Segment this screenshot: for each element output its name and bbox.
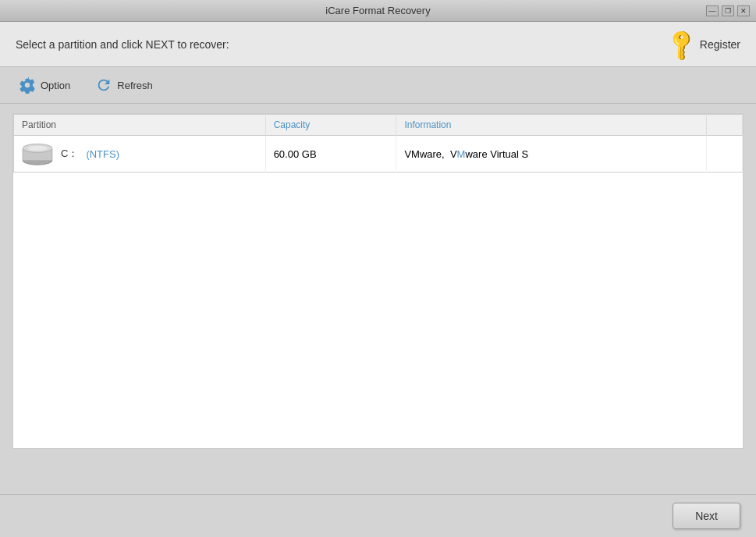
partition-table: Partition Capacity Information bbox=[13, 114, 743, 172]
svg-point-3 bbox=[27, 146, 47, 151]
partition-cell: C： (NTFS) bbox=[14, 136, 266, 172]
table-header-row: Partition Capacity Information bbox=[14, 115, 743, 136]
app-container: Select a partition and click NEXT to rec… bbox=[0, 22, 756, 537]
window-title: iCare Format Recovery bbox=[325, 5, 430, 16]
key-icon: 🔑 bbox=[662, 25, 700, 62]
col-information: Information bbox=[396, 115, 706, 136]
header-bar: Select a partition and click NEXT to rec… bbox=[0, 22, 756, 67]
register-label: Register bbox=[700, 38, 740, 51]
drive-letter: C： bbox=[61, 147, 78, 161]
toolbar: Option Refresh bbox=[0, 67, 756, 104]
drive-fs: (NTFS) bbox=[86, 148, 119, 160]
refresh-label: Refresh bbox=[117, 80, 153, 91]
col-partition: Partition bbox=[14, 115, 266, 136]
instruction-text: Select a partition and click NEXT to rec… bbox=[16, 38, 229, 51]
refresh-icon bbox=[95, 76, 112, 94]
capacity-cell: 60.00 GB bbox=[265, 136, 396, 172]
next-button[interactable]: Next bbox=[673, 503, 740, 529]
title-bar: iCare Format Recovery — ❐ ✕ bbox=[0, 0, 756, 22]
close-button[interactable]: ✕ bbox=[737, 5, 750, 16]
partition-table-wrapper: Partition Capacity Information bbox=[12, 113, 744, 449]
drive-icon bbox=[22, 142, 53, 165]
table-row[interactable]: C： (NTFS) 60.00 GB VMware, VMware Virtua… bbox=[14, 136, 743, 172]
register-button[interactable]: 🔑 Register bbox=[668, 31, 740, 57]
option-button[interactable]: Option bbox=[12, 73, 76, 97]
col-extra bbox=[706, 115, 742, 136]
option-label: Option bbox=[41, 80, 70, 91]
content-area: Partition Capacity Information bbox=[0, 104, 756, 494]
bottom-bar: Next bbox=[0, 494, 756, 537]
refresh-button[interactable]: Refresh bbox=[89, 73, 159, 97]
window-controls[interactable]: — ❐ ✕ bbox=[706, 5, 750, 16]
minimize-button[interactable]: — bbox=[706, 5, 719, 16]
restore-button[interactable]: ❐ bbox=[722, 5, 734, 16]
col-capacity: Capacity bbox=[265, 115, 396, 136]
extra-cell bbox=[706, 136, 742, 172]
gear-icon bbox=[19, 76, 36, 94]
information-cell: VMware, VMware Virtual S bbox=[396, 136, 706, 172]
